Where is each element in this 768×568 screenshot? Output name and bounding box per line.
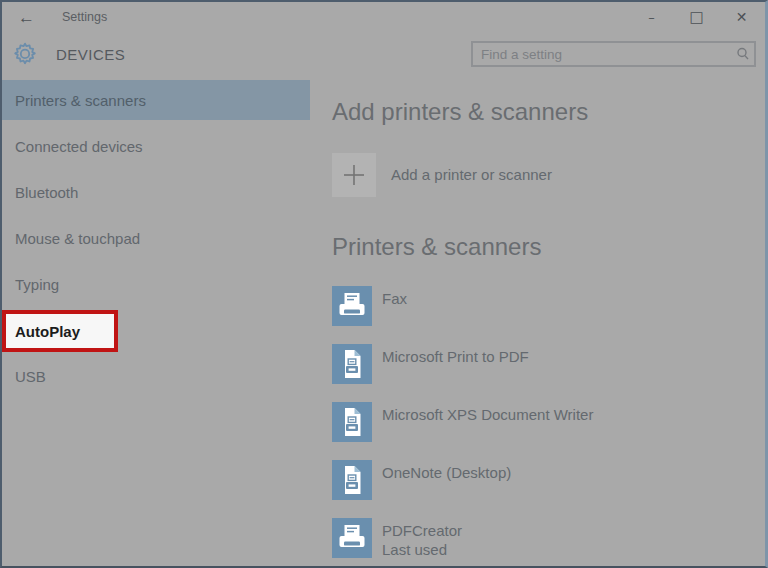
printer-icon xyxy=(332,518,372,558)
sidebar-item-mouse-touchpad[interactable]: Mouse & touchpad xyxy=(2,218,310,258)
document-icon xyxy=(332,460,372,500)
window-body: Printers & scanners Connected devices Bl… xyxy=(2,76,765,566)
sidebar-item-usb[interactable]: USB xyxy=(2,356,310,396)
printer-row-pdfcreator[interactable]: PDFCreator Last used xyxy=(332,518,462,559)
printer-name: Microsoft XPS Document Writer xyxy=(382,405,593,424)
back-arrow-icon[interactable]: ← xyxy=(18,9,35,26)
search-input[interactable] xyxy=(473,43,732,65)
printer-status: Last used xyxy=(382,540,462,559)
maximize-icon[interactable]: □ xyxy=(674,2,719,32)
add-printer-label: Add a printer or scanner xyxy=(391,166,552,183)
sidebar-item-printers-scanners[interactable]: Printers & scanners xyxy=(2,80,310,120)
add-printer-button[interactable]: Add a printer or scanner xyxy=(332,153,552,197)
printer-list: Fax xyxy=(332,286,765,559)
add-section-title: Add printers & scanners xyxy=(332,98,765,126)
printer-name: OneNote (Desktop) xyxy=(382,463,511,482)
sidebar-item-typing[interactable]: Typing xyxy=(2,264,310,304)
window-controls: – □ ✕ xyxy=(629,2,764,32)
document-icon xyxy=(332,344,372,384)
title-bar: ← Settings – □ ✕ xyxy=(2,2,765,32)
printers-section-title: Printers & scanners xyxy=(332,233,765,261)
printer-row-ms-print-to-pdf[interactable]: Microsoft Print to PDF xyxy=(332,344,529,384)
printer-name: Fax xyxy=(382,289,407,308)
printer-row-fax[interactable]: Fax xyxy=(332,286,407,326)
document-icon xyxy=(332,402,372,442)
close-icon[interactable]: ✕ xyxy=(719,2,764,32)
printer-row-xps-writer[interactable]: Microsoft XPS Document Writer xyxy=(332,402,593,442)
page-header: DEVICES xyxy=(2,32,765,76)
printer-name: PDFCreator xyxy=(382,521,462,540)
search-icon[interactable] xyxy=(732,43,754,65)
page-title: DEVICES xyxy=(56,46,125,63)
window-title: Settings xyxy=(62,10,107,24)
sidebar-item-bluetooth[interactable]: Bluetooth xyxy=(2,172,310,212)
minimize-icon[interactable]: – xyxy=(629,2,674,32)
plus-icon xyxy=(332,153,376,197)
gear-icon xyxy=(11,40,39,68)
printer-icon xyxy=(332,286,372,326)
settings-window: ← Settings – □ ✕ DEVICES xyxy=(0,0,768,568)
printer-row-onenote[interactable]: OneNote (Desktop) xyxy=(332,460,511,500)
sidebar: Printers & scanners Connected devices Bl… xyxy=(2,76,310,566)
printer-name: Microsoft Print to PDF xyxy=(382,347,529,366)
main-content: Add printers & scanners Add a printer or… xyxy=(310,76,765,566)
sidebar-item-autoplay[interactable]: AutoPlay xyxy=(2,310,118,352)
search-box xyxy=(471,41,756,67)
sidebar-item-connected-devices[interactable]: Connected devices xyxy=(2,126,310,166)
